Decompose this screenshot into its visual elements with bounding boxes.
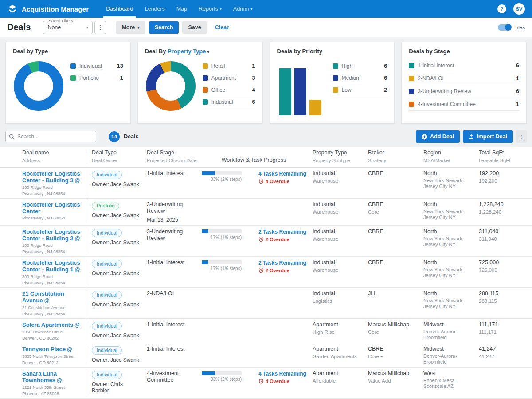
address-at-icon: @ [75, 266, 80, 273]
region: West [423, 370, 472, 376]
search-input[interactable] [17, 133, 93, 140]
total-sqft: 1,228,240 [479, 201, 528, 207]
deal-name-link[interactable]: Tennyson Place@ [22, 346, 83, 353]
saved-filters-label: Saved Filters [47, 18, 74, 23]
deal-stage-cell: 2-NDA/LOI [144, 290, 200, 316]
nav-item-label: Admin [233, 6, 249, 12]
legend-value: 13 [117, 63, 123, 69]
legend-label: Apartment [211, 75, 252, 81]
chart-title-link[interactable]: Property Type [168, 48, 206, 55]
search-button[interactable]: Search [149, 21, 179, 34]
total-sqft: 288,115 [479, 290, 528, 297]
chart-card: Deals by PriorityHigh6Medium6Low2 [270, 42, 395, 124]
deal-owner: Owner: Jace Swank [92, 239, 141, 246]
progress-bar [202, 171, 242, 175]
total-sqft: 111,171 [479, 321, 528, 328]
deal-name-link[interactable]: Rockefeller Logistics Center - Building … [22, 170, 83, 184]
chevron-down-icon: ▾ [207, 50, 210, 54]
deal-stage-cell: 1-Initial Interest [144, 346, 200, 365]
add-deal-button[interactable]: Add Deal [416, 130, 460, 143]
total-sqft: 41,247 [479, 346, 528, 352]
sqft-cell: 288,115288,115 [474, 290, 532, 316]
deal-name-cell: Tennyson Place@3885 North Tennyson Stree… [0, 346, 87, 365]
region-cell: NorthNew York-Newark-Jersey City NY [419, 201, 474, 223]
legend-value: 6 [516, 63, 519, 69]
help-icon[interactable]: ? [497, 4, 506, 13]
deal-stage: 4-Investment Committee [147, 370, 197, 383]
deal-type-badge: Individual [92, 371, 122, 379]
region-cell: NorthNew York-Newark-Jersey City NY [419, 228, 474, 254]
search-box[interactable] [5, 131, 96, 142]
deals-toolbar: 14 Deals Add Deal Import Deal ⋮ [0, 129, 532, 147]
deal-count-label: Deals [124, 133, 138, 140]
chart-cards: Deal by TypeIndividual13Portfolio1Deal B… [0, 37, 532, 129]
workflow-inner: 17% (1/6 steps)2 Tasks Remaining2 Overdu… [200, 228, 308, 242]
more-button[interactable]: More ▾ [116, 21, 145, 34]
legend-row: 2-NDA/LOI1 [409, 72, 519, 85]
legend-swatch [409, 102, 414, 107]
region: North [423, 259, 472, 266]
deal-owner: Owner: Jace Swank [92, 357, 141, 363]
sqft-cell: 41,24741,247 [474, 346, 532, 365]
column-header-sub: Projected Closing Date [147, 158, 197, 163]
legend-value: 2 [384, 87, 387, 93]
toolbar-actions: Add Deal Import Deal ⋮ [416, 130, 527, 143]
tiles-label: Tiles [514, 25, 525, 30]
import-deal-label: Import Deal [477, 133, 507, 140]
deal-name-text: Tennyson Place [22, 346, 66, 352]
total-sqft: 192,200 [479, 170, 528, 176]
deal-name-link[interactable]: 21 Constitution Avenue@ [22, 290, 83, 304]
nav-item-reports[interactable]: Reports▾ [193, 0, 227, 18]
deal-stage-cell: 1-Initial Interest [144, 170, 200, 196]
deal-name-link[interactable]: Solera Apartments@ [22, 321, 83, 329]
workflow-cell [200, 346, 308, 365]
deal-name-cell: Rockefeller Logistics Center - Building … [0, 228, 87, 254]
broker: CBRE [368, 201, 416, 207]
deal-name-link[interactable]: Sahara Luna Townhomes@ [22, 370, 83, 384]
legend-value: 6 [384, 75, 387, 81]
nav-item-dashboard[interactable]: Dashboard [100, 0, 139, 18]
progress-wrap: 33% (2/6 steps) [202, 171, 242, 184]
legend-value: 1 [252, 63, 255, 69]
overdue-label: 4 Overdue [266, 179, 289, 184]
deal-type-cell: IndividualOwner: Chris Barbier [87, 370, 144, 396]
legend-swatch [70, 75, 76, 81]
property-type-cell: ApartmentHigh Rise [308, 321, 364, 340]
more-label: More [121, 24, 135, 31]
saved-filters-select[interactable]: Saved Filters None ▾ [43, 21, 93, 34]
nav-item-label: Reports [199, 6, 218, 12]
avatar[interactable]: SV [513, 3, 525, 15]
progress-label: 17% (1/6 steps) [202, 235, 242, 240]
column-header-main: Deal name [22, 149, 83, 156]
deal-type-badge: Individual [92, 229, 122, 237]
nav-item-map[interactable]: Map [171, 0, 193, 18]
nav-items: DashboardLendersMapReports▾Admin▾ [100, 0, 258, 18]
saved-filters-menu-button[interactable]: ⋮ [94, 21, 106, 34]
tiles-toggle[interactable] [498, 24, 511, 31]
deal-name-link[interactable]: Rockefeller Logistics Center [22, 201, 83, 215]
leasable-sqft: 288,115 [479, 298, 528, 304]
broker: JLL [368, 290, 416, 297]
table-menu-button[interactable]: ⋮ [516, 130, 527, 143]
deal-type-badge: Individual [92, 291, 122, 299]
save-button[interactable]: Save [182, 21, 207, 34]
legend-swatch [203, 63, 208, 69]
tasks-remaining-link[interactable]: 2 Tasks Remaining [258, 260, 306, 266]
nav-item-admin[interactable]: Admin▾ [227, 0, 258, 18]
deal-address-line: Piscataway , NJ 08854 [22, 191, 83, 196]
donut-chart [146, 61, 196, 111]
broker-cell: JLL [364, 290, 419, 316]
clear-link[interactable]: Clear [215, 24, 229, 31]
tasks-remaining-link[interactable]: 4 Tasks Remaining [258, 171, 306, 177]
strategy: Core + [368, 354, 416, 360]
legend-row: Apartment3 [203, 72, 255, 84]
tasks-remaining-link[interactable]: 4 Tasks Remaining [258, 371, 306, 377]
legend-row: Medium6 [333, 72, 387, 84]
nav-item-lenders[interactable]: Lenders [139, 0, 170, 18]
chart-title: Deal by Type [13, 48, 123, 55]
import-deal-button[interactable]: Import Deal [463, 130, 513, 143]
tasks-remaining-link[interactable]: 2 Tasks Remaining [258, 229, 306, 235]
deal-name-link[interactable]: Rockefeller Logistics Center - Building … [22, 259, 83, 273]
add-deal-label: Add Deal [430, 133, 454, 140]
deal-name-link[interactable]: Rockefeller Logistics Center - Building … [22, 228, 83, 242]
